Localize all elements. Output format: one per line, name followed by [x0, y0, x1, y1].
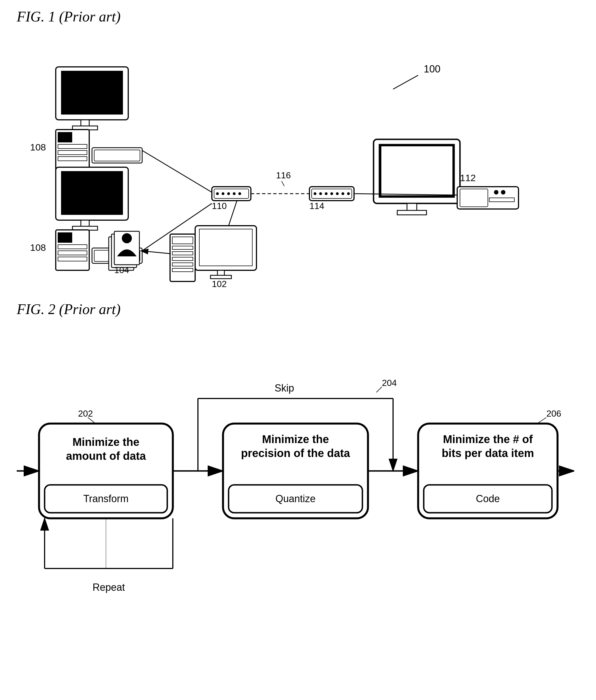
svg-point-79 — [494, 190, 498, 195]
fig2-title: FIG. 2 (Prior art) — [17, 301, 121, 317]
svg-text:206: 206 — [546, 409, 561, 419]
svg-text:104: 104 — [114, 265, 129, 275]
svg-point-45 — [347, 192, 350, 195]
svg-rect-62 — [210, 275, 231, 279]
svg-text:Code: Code — [476, 493, 500, 504]
svg-point-39 — [314, 192, 316, 195]
svg-rect-76 — [397, 210, 426, 215]
svg-text:Minimize the: Minimize the — [73, 436, 140, 448]
svg-text:bits per data item: bits per data item — [442, 447, 534, 459]
svg-point-33 — [233, 192, 235, 195]
svg-text:114: 114 — [309, 201, 324, 211]
svg-line-69 — [141, 251, 170, 254]
svg-text:108: 108 — [30, 142, 46, 152]
svg-point-44 — [342, 192, 344, 195]
svg-rect-60 — [201, 230, 250, 264]
svg-rect-7 — [58, 132, 72, 142]
svg-point-30 — [216, 192, 219, 195]
svg-point-41 — [325, 192, 327, 195]
svg-rect-19 — [58, 233, 72, 242]
svg-line-113 — [376, 387, 382, 392]
svg-line-103 — [538, 417, 546, 423]
svg-text:Minimize the: Minimize the — [262, 433, 329, 445]
svg-point-34 — [238, 192, 241, 195]
svg-text:110: 110 — [212, 201, 227, 211]
svg-text:100: 100 — [424, 63, 441, 75]
fig2-diagram: Minimize the amount of data Transform 20… — [17, 340, 574, 674]
svg-line-48 — [281, 181, 284, 186]
svg-rect-74 — [381, 146, 452, 195]
fig1-diagram: 100 108 108 110 — [17, 31, 574, 287]
svg-text:116: 116 — [276, 170, 291, 180]
svg-point-40 — [319, 192, 322, 195]
svg-point-32 — [227, 192, 230, 195]
svg-text:Transform: Transform — [83, 493, 129, 504]
svg-point-42 — [330, 192, 333, 195]
svg-text:108: 108 — [30, 242, 46, 253]
svg-text:Minimize the # of: Minimize the # of — [443, 433, 533, 445]
svg-point-80 — [501, 190, 505, 195]
svg-text:202: 202 — [78, 409, 93, 419]
svg-point-67 — [122, 233, 132, 243]
svg-point-43 — [336, 192, 339, 195]
svg-line-26 — [142, 151, 212, 192]
svg-text:204: 204 — [382, 378, 397, 388]
svg-line-1 — [393, 75, 418, 89]
svg-text:Quantize: Quantize — [275, 493, 316, 504]
svg-text:102: 102 — [212, 279, 227, 287]
svg-point-31 — [222, 192, 224, 195]
svg-rect-51 — [170, 234, 195, 281]
svg-rect-15 — [61, 172, 123, 214]
svg-text:112: 112 — [460, 173, 476, 183]
fig1-title: FIG. 1 (Prior art) — [17, 8, 121, 25]
svg-text:Skip: Skip — [275, 382, 294, 394]
svg-text:amount of data: amount of data — [66, 450, 146, 462]
svg-text:Repeat: Repeat — [93, 581, 125, 593]
svg-text:precision of the data: precision of the data — [241, 447, 350, 459]
svg-rect-3 — [61, 71, 123, 114]
